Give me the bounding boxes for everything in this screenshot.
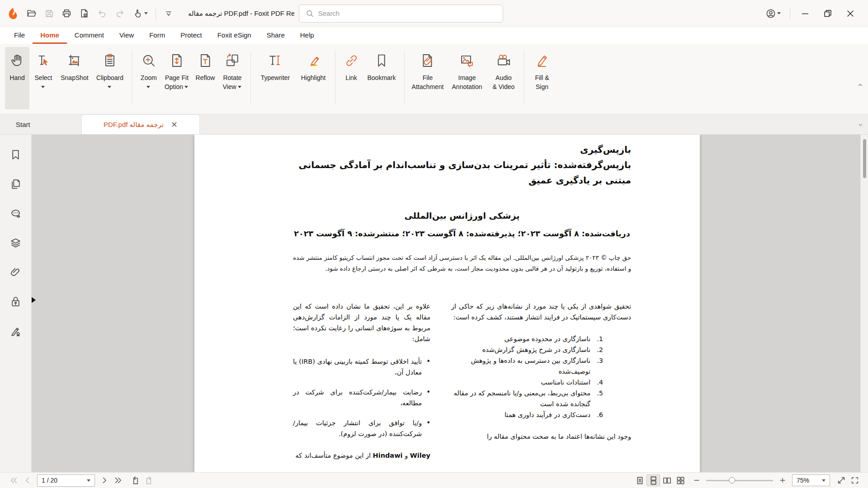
bullet-list: •تأیید اخلاقی توسط کمیته بازبینی نهادی (… — [293, 356, 430, 439]
open-file-button[interactable] — [23, 5, 40, 22]
foxit-logo — [6, 7, 20, 20]
continuous-view-button[interactable] — [646, 474, 660, 486]
menu-share[interactable]: Share — [259, 27, 292, 44]
hand-tool-quick-button[interactable] — [128, 5, 152, 22]
page-fit-icon — [169, 52, 185, 69]
list-item: 5.محتوای بی‌ربط، بی‌معنی و/یا نامنسجم که… — [451, 388, 603, 409]
signature-panel-button[interactable] — [8, 324, 24, 338]
layers-panel-button[interactable] — [8, 235, 24, 250]
next-page-icon — [100, 476, 108, 484]
next-view-button[interactable] — [142, 474, 156, 486]
menu-help[interactable]: Help — [292, 27, 322, 44]
zoom-out-button[interactable] — [690, 474, 703, 486]
collapse-ribbon-button[interactable] — [857, 82, 863, 89]
zoom-in-button[interactable] — [776, 474, 789, 486]
attachments-panel-button[interactable] — [8, 265, 24, 279]
menu-file[interactable]: File — [6, 27, 33, 44]
clipboard-tool-button[interactable]: Clipboard — [93, 47, 127, 109]
expand-panel-handle[interactable] — [32, 296, 36, 304]
typewriter-tool-button[interactable]: Typewriter — [255, 47, 295, 109]
security-panel-icon — [9, 296, 22, 308]
search-box[interactable] — [299, 5, 503, 23]
close-button[interactable] — [839, 4, 862, 23]
fullscreen-button[interactable] — [848, 474, 862, 486]
menu-home[interactable]: Home — [33, 27, 67, 44]
security-panel-button[interactable] — [8, 294, 24, 309]
bookmarks-panel-button[interactable] — [8, 147, 24, 162]
zoom-tool-button[interactable]: Zoom — [137, 47, 161, 109]
clipped-text-line: بررسی‌های کیفی ما معمولاً این مسائل را پ… — [293, 472, 430, 472]
layers-panel-icon — [9, 237, 22, 249]
snapshot-tool-button[interactable]: SnapShot — [57, 47, 92, 109]
chevron-down-icon — [41, 86, 45, 88]
document-tabbar: Start ترجمه مقاله PDF.pdf — [0, 114, 868, 135]
copyright-paragraph: حق چاپ © ۲۰۲۳ پزشکی اورژانس بین‌المللی. … — [293, 252, 631, 274]
select-tool-button[interactable]: Select — [30, 47, 57, 109]
minimize-button[interactable] — [794, 4, 816, 23]
account-button[interactable] — [760, 5, 786, 22]
tab-start[interactable]: Start — [0, 114, 81, 134]
document-viewport[interactable]: بازپس‌گیری بازپس‌گرفته‌شده: تأثیر تمرینا… — [32, 135, 868, 472]
rotate-view-button[interactable]: RotateView — [219, 47, 246, 109]
zoom-slider[interactable] — [706, 474, 773, 486]
link-tool-button[interactable]: Link — [340, 47, 363, 109]
next-page-button[interactable] — [98, 474, 111, 486]
right-column-outro: وجود این نشانه‌ها اعتماد ما به صحت محتوا… — [451, 431, 631, 442]
right-column-intro: تحقیق شواهدی از یکی یا چند مورد از نشانه… — [451, 301, 631, 323]
account-icon — [765, 8, 776, 19]
print-button[interactable] — [58, 5, 75, 22]
next-view-icon — [145, 476, 153, 485]
open-folder-icon — [26, 8, 37, 19]
save-button[interactable] — [40, 5, 58, 22]
left-column-intro: علاوه بر این، تحقیق ما نشان داده است که … — [293, 301, 430, 344]
last-page-button[interactable] — [111, 474, 125, 486]
typewriter-icon — [267, 52, 283, 69]
hand-tool-button[interactable]: Hand — [5, 47, 29, 109]
undo-button[interactable] — [93, 5, 111, 22]
fill-sign-button[interactable]: Fill &Sign — [529, 47, 555, 109]
fit-page-button[interactable] — [835, 474, 848, 486]
file-attachment-button[interactable]: FileAttachment — [409, 47, 446, 109]
page-fit-option-button[interactable]: Page FitOption — [162, 47, 192, 109]
single-page-view-button[interactable] — [633, 474, 646, 486]
scrollbar-thumb[interactable] — [863, 139, 866, 178]
close-tab-icon[interactable] — [171, 121, 178, 128]
reflow-icon — [197, 52, 213, 69]
rotate-view-icon — [224, 52, 241, 69]
zoom-slider-thumb[interactable] — [729, 477, 735, 483]
search-input[interactable] — [318, 9, 496, 17]
bookmark-tool-button[interactable]: Bookmark — [363, 47, 400, 109]
redo-button[interactable] — [111, 5, 128, 22]
customize-quick-toolbar-button[interactable] — [160, 5, 177, 22]
menu-view[interactable]: View — [112, 27, 142, 44]
zoom-slider-track[interactable] — [706, 480, 773, 481]
highlight-tool-button[interactable]: Highlight — [296, 47, 330, 109]
menu-protect[interactable]: Protect — [173, 27, 210, 44]
restore-button[interactable] — [816, 4, 839, 23]
comments-panel-button[interactable] — [8, 206, 24, 221]
tab-document-active[interactable]: ترجمه مقاله PDF.pdf — [81, 114, 200, 134]
tab-list-button[interactable] — [858, 122, 863, 129]
restore-icon — [823, 9, 833, 19]
print-page-button[interactable] — [75, 5, 93, 22]
reflow-tool-button[interactable]: Reflow — [193, 47, 218, 109]
divider — [790, 8, 790, 19]
image-annotation-button[interactable]: ImageAnnotation — [447, 47, 487, 109]
menu-comment[interactable]: Comment — [67, 27, 112, 44]
main-area: بازپس‌گیری بازپس‌گرفته‌شده: تأثیر تمرینا… — [0, 135, 868, 472]
prev-page-button[interactable] — [21, 474, 34, 486]
zoom-out-icon — [693, 477, 700, 484]
first-page-button[interactable] — [7, 474, 21, 486]
menu-foxit-esign[interactable]: Foxit eSign — [210, 27, 259, 44]
menu-form[interactable]: Form — [142, 27, 173, 44]
zoom-level-box[interactable]: 75% — [792, 474, 830, 486]
previous-view-button[interactable] — [128, 474, 142, 486]
vertical-scrollbar[interactable] — [860, 135, 868, 472]
pages-panel-button[interactable] — [8, 177, 24, 191]
page-number-box[interactable]: 1 / 20 — [37, 474, 95, 487]
quad-view-button[interactable] — [674, 474, 687, 486]
bookmarks-panel-icon — [9, 149, 22, 161]
ribbon-toolbar: Hand Select SnapShot Clipboard Z — [0, 44, 868, 114]
facing-view-button[interactable] — [660, 474, 674, 486]
audio-video-button[interactable]: Audio& Video — [488, 47, 519, 109]
